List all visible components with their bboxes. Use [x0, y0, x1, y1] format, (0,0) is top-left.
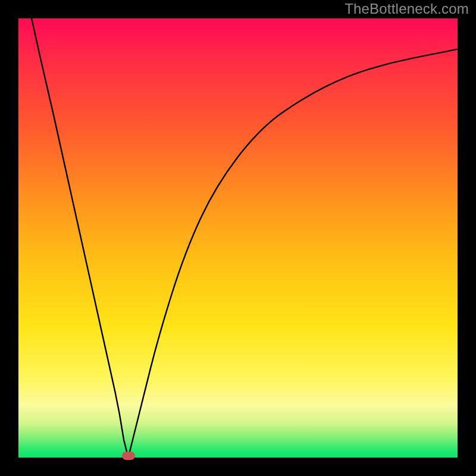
minimum-marker [122, 452, 135, 460]
chart-frame: TheBottleneck.com [0, 0, 476, 476]
bottleneck-curve [18, 18, 458, 458]
watermark-text: TheBottleneck.com [345, 1, 469, 17]
plot-area [18, 18, 458, 458]
curve-path [32, 18, 458, 458]
